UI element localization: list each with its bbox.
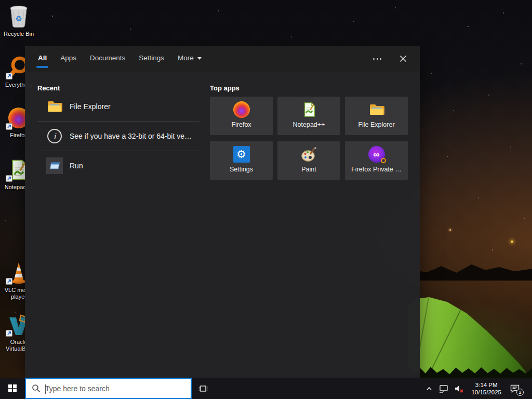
- more-options-icon[interactable]: [369, 54, 385, 64]
- tent-seam: [430, 301, 466, 371]
- top-app-paint[interactable]: Paint: [277, 141, 340, 180]
- top-app-label: Firefox Private …: [351, 166, 402, 173]
- tab-more[interactable]: More: [171, 46, 208, 72]
- top-app-label: File Explorer: [358, 121, 394, 128]
- search-filter-tabs: All Apps Documents Settings More: [25, 46, 420, 72]
- shortcut-arrow-icon: [6, 330, 12, 337]
- folder-icon: [46, 98, 63, 115]
- task-view-button[interactable]: [192, 378, 215, 399]
- divider: [37, 121, 200, 122]
- tab-settings[interactable]: Settings: [132, 46, 171, 72]
- settings-gear-icon: ⚙: [233, 146, 250, 163]
- task-view-icon: [198, 383, 208, 394]
- svg-text:♻: ♻: [15, 14, 22, 23]
- firefox-icon: [233, 101, 250, 118]
- desktop-icon-label: Recycle Bin: [0, 31, 37, 37]
- tab-label: Documents: [90, 54, 125, 62]
- shortcut-arrow-icon: [6, 73, 12, 79]
- divider: [37, 151, 200, 151]
- paint-palette-icon: [301, 146, 317, 163]
- taskbar-clock[interactable]: 3:14 PM 10/15/2025: [468, 381, 505, 396]
- top-apps-grid: Firefox Notepad++: [210, 97, 413, 180]
- notepad-plus-plus-icon: [301, 101, 317, 118]
- volume-muted-icon[interactable]: [451, 384, 468, 393]
- desktop-icon-recycle-bin[interactable]: ♻ Recycle Bin: [0, 4, 37, 37]
- run-icon: [46, 157, 63, 174]
- text-cursor: [45, 384, 46, 394]
- shortcut-arrow-icon: [6, 123, 12, 130]
- mountain-silhouette: [416, 259, 532, 281]
- top-app-label: Notepad++: [293, 121, 325, 128]
- shortcut-arrow-icon: [6, 175, 12, 182]
- recent-item-file-explorer[interactable]: File Explorer: [37, 95, 200, 118]
- stars: [0, 0, 1, 1]
- recycle-bin-icon: ♻: [0, 4, 37, 29]
- chevron-down-icon: [197, 57, 202, 60]
- recent-section: Recent File Explorer i See if you have a…: [37, 84, 200, 178]
- taskbar-search-box[interactable]: [25, 378, 192, 399]
- tab-documents[interactable]: Documents: [83, 46, 132, 72]
- green-tent: [408, 297, 532, 378]
- shortcut-arrow-icon: [6, 278, 12, 285]
- recent-item-label: File Explorer: [70, 102, 111, 111]
- folder-icon: [368, 101, 385, 118]
- search-input[interactable]: [41, 384, 191, 393]
- recent-header: Recent: [37, 84, 200, 95]
- clock-time: 3:14 PM: [471, 381, 501, 389]
- tab-label: Settings: [139, 54, 164, 62]
- search-icon: [32, 384, 41, 393]
- firefox-private-mask-icon: ∞: [368, 146, 385, 163]
- recent-item-label: Run: [70, 162, 83, 170]
- tab-label: Apps: [60, 54, 76, 62]
- bright-star: [511, 241, 513, 243]
- tray-chevron-up-icon[interactable]: [422, 384, 436, 393]
- clock-date: 10/15/2025: [471, 389, 501, 396]
- top-app-settings[interactable]: ⚙ Settings: [210, 141, 273, 180]
- tab-all[interactable]: All: [31, 46, 54, 72]
- close-icon[interactable]: [395, 50, 411, 67]
- recent-item-label: See if you have a 32-bit or 64-bit ve…: [70, 132, 192, 140]
- windows-logo-icon: [8, 384, 17, 393]
- notification-badge: 2: [516, 389, 524, 396]
- top-app-firefox-private[interactable]: ∞ Firefox Private …: [345, 141, 408, 180]
- top-app-file-explorer[interactable]: File Explorer: [345, 97, 408, 135]
- action-center-button[interactable]: 2: [505, 383, 524, 394]
- recent-item-search-suggestion[interactable]: i See if you have a 32-bit or 64-bit ve…: [37, 124, 200, 148]
- taskbar: 3:14 PM 10/15/2025 2: [0, 378, 532, 399]
- search-panel: All Apps Documents Settings More Rec: [25, 46, 420, 378]
- tab-apps[interactable]: Apps: [54, 46, 83, 72]
- tab-label: More: [178, 54, 194, 62]
- tab-label: All: [38, 54, 47, 62]
- top-app-label: Settings: [230, 166, 253, 173]
- top-app-notepad-plus-plus[interactable]: Notepad++: [277, 97, 340, 135]
- recent-item-run[interactable]: Run: [37, 154, 200, 178]
- top-app-label: Firefox: [231, 121, 251, 128]
- top-apps-header: Top apps: [210, 84, 413, 95]
- top-apps-section: Top apps Firefox: [210, 84, 413, 180]
- bright-star-2: [449, 229, 451, 231]
- top-app-label: Paint: [301, 166, 316, 173]
- system-tray: 3:14 PM 10/15/2025 2: [422, 378, 532, 399]
- screen: ♻ Recycle Bin Everything Firefox: [0, 0, 532, 399]
- top-app-firefox[interactable]: Firefox: [210, 97, 273, 135]
- info-icon: i: [46, 129, 63, 143]
- start-button[interactable]: [0, 378, 25, 399]
- network-icon[interactable]: [436, 384, 451, 393]
